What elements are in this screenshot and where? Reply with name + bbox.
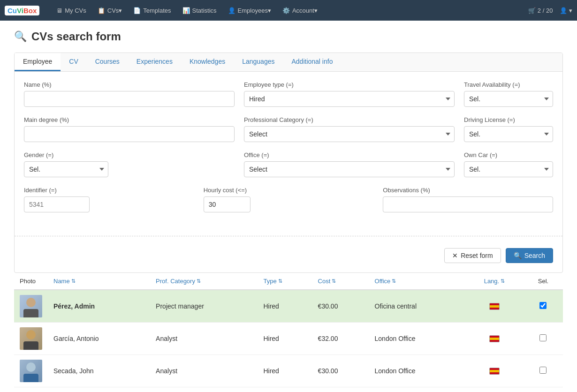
- search-btn-icon: 🔍: [514, 252, 522, 259]
- nav-statistics[interactable]: 📊 Statistics: [178, 0, 221, 21]
- nav-templates[interactable]: 📄 Templates: [129, 0, 175, 21]
- driving-license-label: Driving License (=): [464, 116, 553, 123]
- col-cost[interactable]: Cost ⇅: [312, 273, 369, 290]
- user-icon[interactable]: 👤 ▾: [560, 7, 572, 14]
- nav-account[interactable]: ⚙️ Account ▾: [278, 0, 322, 21]
- avatar: [20, 295, 42, 317]
- search-button[interactable]: 🔍 Search: [506, 248, 553, 263]
- employee-type-group: Employee type (=) Hired Freelance Extern…: [244, 81, 455, 107]
- professional-category-label: Professional Category (=): [244, 116, 455, 123]
- col-type[interactable]: Type ⇅: [258, 273, 312, 290]
- own-car-select[interactable]: Sel. Yes No: [464, 161, 553, 177]
- nav-cvs[interactable]: 📋 CVs ▾: [93, 0, 127, 21]
- table-row: Secada, John Analyst Hired €30.00 London…: [14, 355, 563, 387]
- employees-icon: 👤: [228, 7, 235, 14]
- cost-sort-icon: ⇅: [332, 278, 336, 284]
- main-degree-input[interactable]: [24, 126, 235, 142]
- cost-cell: €32.00: [312, 323, 369, 355]
- col-name[interactable]: Name ⇅: [48, 273, 150, 290]
- name-cell: Secada, John: [48, 355, 150, 387]
- tab-additional-info[interactable]: Additional info: [283, 53, 341, 71]
- nav-my-cvs[interactable]: 🖥 My CVs: [52, 0, 91, 21]
- tab-courses[interactable]: Courses: [87, 53, 128, 71]
- name-cell: García, Antonio: [48, 323, 150, 355]
- own-car-label: Own Car (=): [464, 151, 553, 158]
- name-label: Name (%): [24, 81, 235, 88]
- employee-name: García, Antonio: [53, 335, 99, 342]
- office-sort[interactable]: Office ⇅: [375, 278, 396, 285]
- professional-category-group: Professional Category (=) Select Manager…: [244, 116, 455, 142]
- prof-category-cell: Analyst: [150, 355, 258, 387]
- sel-cell[interactable]: [524, 290, 563, 323]
- tab-languages[interactable]: Languages: [234, 53, 283, 71]
- office-label: Office (=): [244, 151, 455, 158]
- driving-license-select[interactable]: Sel. Yes No: [464, 126, 553, 142]
- form-actions: ✕ Reset form 🔍 Search: [15, 243, 562, 272]
- sel-cell[interactable]: [524, 355, 563, 387]
- name-cell: Pérez, Admin: [48, 290, 150, 323]
- brand-logo[interactable]: CuViBox: [5, 6, 42, 15]
- avatar: [20, 327, 42, 350]
- office-select[interactable]: Select Oficina central London Office: [244, 161, 455, 177]
- type-cell: Hired: [258, 355, 312, 387]
- form-row-3: Gender (=) Sel. Male Female Office (=) S…: [24, 151, 553, 177]
- hourly-cost-label: Hourly cost (<=): [204, 187, 374, 194]
- cart-badge[interactable]: 🛒 2 / 20: [528, 7, 553, 14]
- employee-name: Secada, John: [53, 367, 94, 375]
- name-sort-icon: ⇅: [71, 278, 76, 284]
- table-row: Pérez, Admin Project manager Hired €30.0…: [14, 290, 563, 323]
- gender-label: Gender (=): [24, 151, 235, 158]
- select-checkbox[interactable]: [539, 334, 547, 341]
- cost-cell: €30.00: [312, 290, 369, 323]
- office-group: Office (=) Select Oficina central London…: [244, 151, 455, 177]
- form-row-2: Main degree (%) Professional Category (=…: [24, 116, 553, 142]
- col-prof-category[interactable]: Prof. Category ⇅: [150, 273, 258, 290]
- main-degree-label: Main degree (%): [24, 116, 235, 123]
- own-car-group: Own Car (=) Sel. Yes No: [464, 151, 553, 177]
- svg-point-2: [26, 330, 36, 339]
- svg-rect-3: [23, 341, 38, 350]
- travel-availability-label: Travel Availability (=): [464, 81, 553, 88]
- gender-group: Gender (=) Sel. Male Female: [24, 151, 235, 177]
- sel-cell[interactable]: [524, 323, 563, 355]
- type-sort[interactable]: Type ⇅: [263, 278, 282, 285]
- prof-category-sort-icon: ⇅: [197, 278, 201, 284]
- name-input[interactable]: [24, 91, 235, 107]
- cost-cell: €30.00: [312, 355, 369, 387]
- col-lang[interactable]: Lang. ⇅: [465, 273, 524, 290]
- lang-sort-icon: ⇅: [501, 278, 505, 284]
- employee-type-select[interactable]: Hired Freelance External: [244, 91, 455, 107]
- travel-availability-select[interactable]: Sel. Yes No: [464, 91, 553, 107]
- observations-input[interactable]: [383, 196, 553, 212]
- gender-select[interactable]: Sel. Male Female: [24, 161, 108, 177]
- results-section: Photo Name ⇅ Prof. Category ⇅: [14, 273, 563, 392]
- employee-name: Pérez, Admin: [53, 302, 95, 310]
- svg-point-4: [26, 362, 36, 372]
- tabs-container: Employee CV Courses Experiences Knowledg…: [14, 53, 563, 273]
- hourly-cost-input[interactable]: [204, 196, 251, 212]
- hourly-cost-group: Hourly cost (<=): [204, 187, 374, 212]
- col-office[interactable]: Office ⇅: [369, 273, 465, 290]
- table-row: García, Antonio Analyst Hired €32.00 Lon…: [14, 323, 563, 355]
- tab-knowledges[interactable]: Knowledges: [181, 53, 234, 71]
- identifier-input[interactable]: [24, 196, 90, 212]
- identifier-group: Identifier (=): [24, 187, 194, 212]
- reset-button[interactable]: ✕ Reset form: [444, 248, 501, 263]
- prof-category-sort[interactable]: Prof. Category ⇅: [156, 278, 201, 285]
- select-checkbox[interactable]: [539, 302, 547, 309]
- col-photo: Photo: [14, 273, 48, 290]
- nav-employees[interactable]: 👤 Employees ▾: [223, 0, 276, 21]
- type-cell: Hired: [258, 323, 312, 355]
- flag-spain: [489, 335, 500, 342]
- svg-rect-1: [23, 309, 38, 317]
- professional-category-select[interactable]: Select Manager Analyst Developer: [244, 126, 455, 142]
- tab-experiences[interactable]: Experiences: [128, 53, 181, 71]
- office-cell: Oficina central: [369, 290, 465, 323]
- tab-cv[interactable]: CV: [61, 53, 86, 71]
- page-title: 🔍 CVs search form: [14, 30, 563, 43]
- cost-sort[interactable]: Cost ⇅: [318, 278, 336, 285]
- lang-sort[interactable]: Lang. ⇅: [484, 278, 505, 285]
- select-checkbox[interactable]: [539, 367, 547, 374]
- tab-employee[interactable]: Employee: [15, 53, 61, 71]
- name-sort[interactable]: Name ⇅: [53, 278, 76, 285]
